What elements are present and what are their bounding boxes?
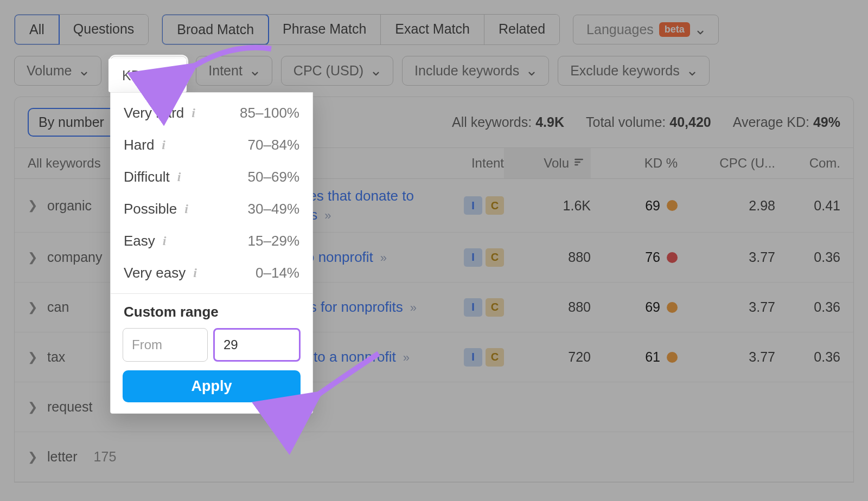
kd-option[interactable]: Hardi70–84% [111,129,312,161]
kd-option[interactable]: Easyi15–29% [111,225,312,257]
intent-cell: IC [439,348,504,367]
chevron-down-icon [371,66,381,76]
intent-cell: IC [439,248,504,267]
kd-option[interactable]: Difficulti50–69% [111,161,312,193]
info-icon: i [184,202,188,216]
intent-commercial-badge: C [486,298,504,317]
intent-informational-badge: I [464,348,482,367]
kd-option[interactable]: Possiblei30–49% [111,193,312,225]
kd-option[interactable]: Very hardi85–100% [111,97,312,129]
chevron-down-icon [163,70,173,80]
custom-range-to-input[interactable] [213,328,301,362]
filter-volume[interactable]: Volume [14,56,101,86]
info-icon: i [177,170,181,184]
chevron-down-icon [687,66,697,76]
info-icon: i [193,266,197,280]
match-tabs: Broad Match Phrase Match Exact Match Rel… [162,14,560,45]
intent-commercial-badge: C [486,348,504,367]
volume-value: 880 [504,299,591,315]
filter-intent-label: Intent [208,63,242,79]
volume-value: 720 [504,349,591,365]
tab-all[interactable]: All [14,14,60,45]
cpc-value: 3.77 [678,349,775,365]
tab-exact-match[interactable]: Exact Match [381,15,484,44]
kd-value: 76 [591,249,678,265]
tab-questions[interactable]: Questions [59,15,149,44]
col-volume[interactable]: Volu [504,148,591,178]
kd-value: 69 [591,198,678,214]
chevron-down-icon [695,25,705,35]
tab-related[interactable]: Related [484,15,559,44]
col-kd[interactable]: KD % [591,156,678,171]
intent-informational-badge: I [464,248,482,267]
apply-button[interactable]: Apply [123,370,301,402]
com-value: 0.36 [775,249,840,265]
volume-value: 1.6K [504,198,591,214]
intent-informational-badge: I [464,196,482,215]
kd-option[interactable]: Very easyi0–14% [111,257,312,289]
custom-range-from-input[interactable] [123,328,208,362]
info-icon: i [162,138,165,152]
beta-badge: beta [659,22,690,37]
tab-phrase-match[interactable]: Phrase Match [269,15,381,44]
info-icon: i [163,234,167,248]
filter-cpc-label: CPC (USD) [293,63,363,79]
volume-value: 880 [504,249,591,265]
filter-volume-label: Volume [27,63,72,79]
cpc-value: 2.98 [678,198,775,214]
double-chevron-icon: » [403,351,410,364]
filter-include-keywords[interactable]: Include keywords [402,56,549,86]
com-value: 0.36 [775,349,840,365]
filter-kd-spotlight[interactable]: KD % [108,59,187,92]
sort-desc-icon [573,156,584,171]
chevron-down-icon [79,66,89,76]
scope-tabs: All Questions [14,14,149,45]
cpc-value: 3.77 [678,299,775,315]
chevron-right-icon: ❯ [28,300,37,314]
col-com[interactable]: Com. [775,156,840,171]
intent-commercial-badge: C [486,248,504,267]
custom-range-title: Custom range [111,301,312,328]
kd-difficulty-dot [667,302,678,313]
kd-dropdown: Very hardi85–100%Hardi70–84%Difficulti50… [110,92,313,414]
intent-commercial-badge: C [486,196,504,215]
chevron-right-icon: ❯ [28,198,37,213]
col-intent[interactable]: Intent [439,156,504,171]
filter-exclude-label: Exclude keywords [570,63,679,79]
kd-difficulty-dot [667,352,678,363]
info-icon: i [192,106,195,120]
chevron-down-icon [250,66,260,76]
com-value: 0.36 [775,299,840,315]
chevron-right-icon: ❯ [28,350,37,364]
intent-informational-badge: I [464,298,482,317]
table-row: ❯letter 175 [15,432,853,482]
col-cpc[interactable]: CPC (U... [678,156,775,171]
filter-cpc[interactable]: CPC (USD) [281,56,393,86]
double-chevron-icon: » [324,209,331,222]
languages-label: Languages [586,22,654,37]
filter-exclude-keywords[interactable]: Exclude keywords [558,56,709,86]
tab-broad-match[interactable]: Broad Match [162,14,269,45]
kd-value: 61 [591,349,678,365]
keyword-group[interactable]: ❯letter 175 [28,449,256,465]
cpc-value: 3.77 [678,249,775,265]
languages-dropdown[interactable]: Languages beta [573,15,719,44]
intent-cell: IC [439,196,504,215]
chevron-right-icon: ❯ [28,251,37,265]
com-value: 0.41 [775,198,840,214]
kd-difficulty-dot [667,200,678,211]
double-chevron-icon: » [410,301,417,314]
filter-include-label: Include keywords [414,63,519,79]
double-chevron-icon: » [380,251,387,265]
kd-value: 69 [591,299,678,315]
intent-cell: IC [439,298,504,317]
chevron-right-icon: ❯ [28,450,37,464]
stat-all-keywords: All keywords: 4.9K Total volume: 40,420 … [452,114,840,130]
chevron-down-icon [527,66,537,76]
kd-difficulty-dot [667,252,678,263]
filter-intent[interactable]: Intent [196,56,272,86]
chevron-right-icon: ❯ [28,400,37,414]
